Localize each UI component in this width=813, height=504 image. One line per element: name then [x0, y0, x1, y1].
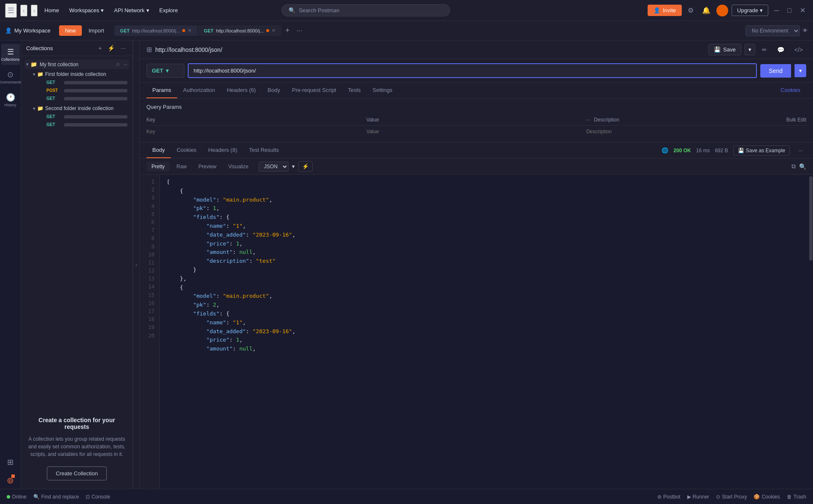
- collection-header[interactable]: ▾ 📁 My first collection ☆ ···: [24, 59, 129, 69]
- send-button[interactable]: Send: [760, 64, 791, 78]
- key-input[interactable]: [146, 129, 366, 135]
- invite-button[interactable]: 👤 Invite: [648, 5, 682, 16]
- sidebar-item-history[interactable]: 🕐 History: [1, 89, 20, 111]
- collection-star-icon[interactable]: ☆: [116, 62, 120, 67]
- collection-more-icon[interactable]: ···: [124, 62, 127, 67]
- environment-selector[interactable]: No Environment: [745, 25, 800, 36]
- back-button[interactable]: ‹: [20, 5, 27, 16]
- cookies-bottom-button[interactable]: 🍪 Cookies: [754, 494, 780, 500]
- line-numbers: 1 2 3 4 5 6 7 8 9 10 11 12 13 14 15 16 1: [140, 175, 160, 489]
- online-status[interactable]: Online: [7, 494, 27, 500]
- avatar[interactable]: [716, 5, 728, 16]
- minimize-button[interactable]: ─: [772, 4, 781, 17]
- tab-url-1: http://localhost:8000/j...: [132, 28, 180, 33]
- fmt-tab-preview[interactable]: Preview: [193, 162, 221, 171]
- workspaces-nav-item[interactable]: Workspaces: [66, 5, 107, 15]
- value-input[interactable]: [366, 129, 586, 135]
- forward-button[interactable]: ›: [31, 5, 38, 16]
- tab-settings[interactable]: Settings: [367, 83, 398, 98]
- request-url-bar-1: [64, 81, 127, 84]
- request-row-2[interactable]: POST: [45, 87, 129, 94]
- sidebar-collections-label: Collections: [1, 57, 19, 62]
- search-bar[interactable]: 🔍 Search Postman: [281, 4, 450, 16]
- notifications-button[interactable]: 🔔: [700, 4, 713, 17]
- resp-tab-test-results[interactable]: Test Results: [243, 143, 285, 158]
- home-nav-item[interactable]: Home: [41, 5, 62, 15]
- scrollbar-thumb[interactable]: [809, 176, 813, 261]
- sidebar-item-collections[interactable]: ☰ Collections: [1, 44, 20, 65]
- url-input[interactable]: [188, 63, 757, 78]
- find-replace-button[interactable]: 🔍 Find and replace: [33, 494, 79, 500]
- send-dropdown-button[interactable]: ▾: [794, 64, 806, 77]
- start-proxy-button[interactable]: ⊙ Start Proxy: [716, 494, 747, 500]
- explore-nav-item[interactable]: Explore: [156, 5, 181, 15]
- tab-tests[interactable]: Tests: [342, 83, 367, 98]
- json-format-selector[interactable]: JSON: [259, 162, 289, 172]
- new-button[interactable]: New: [59, 25, 82, 36]
- params-table: Key Value ··· Description Bulk Edit: [146, 114, 806, 137]
- add-collection-button[interactable]: +: [97, 44, 103, 52]
- postbot-button[interactable]: ⊚ Postbot: [657, 494, 681, 500]
- folder-1-header[interactable]: ▾ 📁 First folder inside collection: [31, 70, 129, 78]
- console-button[interactable]: ⊡ Console: [86, 494, 110, 500]
- tab-1[interactable]: GET http://localhost:8000/j... ✕: [114, 25, 198, 36]
- panel-toggle[interactable]: ›: [133, 40, 140, 489]
- filter-button[interactable]: ⚡: [298, 161, 313, 172]
- fmt-tab-visualize[interactable]: Visualize: [223, 162, 254, 171]
- request-row-4[interactable]: GET: [45, 113, 129, 120]
- tab-body[interactable]: Body: [262, 83, 286, 98]
- postbot-dot: [11, 474, 15, 478]
- tab-2[interactable]: GET http://localhost:8000/j... ✕: [198, 25, 282, 36]
- more-tabs-button[interactable]: ···: [293, 27, 305, 35]
- settings-button[interactable]: ⚙: [685, 4, 696, 17]
- sidebar-item-apps[interactable]: ⊞: [1, 454, 20, 470]
- sidebar-item-environments[interactable]: ⊙ Environments: [1, 67, 20, 88]
- ln-15: 15: [140, 291, 154, 299]
- copy-button[interactable]: ⧉: [791, 163, 796, 170]
- save-button[interactable]: 💾 Save: [708, 44, 741, 55]
- close-button[interactable]: ✕: [797, 4, 808, 17]
- request-row-5[interactable]: GET: [45, 121, 129, 128]
- tab-authorization[interactable]: Authorization: [177, 83, 221, 98]
- resp-tab-cookies[interactable]: Cookies: [171, 143, 203, 158]
- save-as-example-button[interactable]: 💾 Save as Example: [733, 146, 790, 156]
- hamburger-menu-button[interactable]: ☰: [5, 3, 17, 18]
- panel-title: Collections: [26, 45, 53, 51]
- add-tab-button[interactable]: +: [282, 26, 293, 35]
- request-row-1[interactable]: GET: [45, 79, 129, 86]
- trash-button[interactable]: 🗑 Trash: [787, 494, 806, 500]
- code-line-11: }: [167, 266, 802, 275]
- maximize-button[interactable]: □: [785, 4, 794, 17]
- import-button[interactable]: Import: [85, 25, 108, 36]
- tab-headers[interactable]: Headers (6): [221, 83, 262, 98]
- bulk-edit-button[interactable]: Bulk Edit: [786, 117, 806, 123]
- folder-2-header[interactable]: ▾ 📁 Second folder inside collection: [31, 104, 129, 113]
- api-network-nav-item[interactable]: API Network: [111, 5, 152, 15]
- tab-cookies-right[interactable]: Cookies: [775, 83, 806, 98]
- more-collections-button[interactable]: ···: [119, 44, 127, 52]
- save-dropdown-button[interactable]: ▾: [745, 44, 755, 55]
- params-more-icon[interactable]: ···: [586, 117, 591, 123]
- code-button[interactable]: </>: [791, 45, 806, 55]
- tab-close-1[interactable]: ✕: [188, 28, 192, 33]
- comment-button[interactable]: 💬: [774, 45, 788, 55]
- tab-pre-request-script[interactable]: Pre-request Script: [286, 83, 342, 98]
- tab-params[interactable]: Params: [146, 83, 177, 98]
- fmt-tab-raw[interactable]: Raw: [171, 162, 192, 171]
- upgrade-button[interactable]: Upgrade: [732, 5, 768, 16]
- edit-button[interactable]: ✏: [759, 45, 770, 55]
- search-response-button[interactable]: 🔍: [799, 163, 806, 170]
- create-collection-button[interactable]: Create Collection: [47, 466, 107, 480]
- folder-1-name: First folder inside collection: [45, 71, 106, 77]
- runner-button[interactable]: ▶ Runner: [687, 494, 709, 500]
- method-selector[interactable]: GET: [146, 64, 184, 78]
- description-input[interactable]: [586, 129, 806, 135]
- response-more-button[interactable]: ···: [795, 147, 806, 154]
- request-row-3[interactable]: GET: [45, 95, 129, 102]
- resp-tab-body[interactable]: Body: [146, 143, 171, 158]
- tab-close-2[interactable]: ✕: [272, 28, 276, 33]
- filter-collections-button[interactable]: ⚡: [106, 44, 116, 52]
- fmt-tab-pretty[interactable]: Pretty: [146, 162, 170, 171]
- resp-tab-headers[interactable]: Headers (8): [203, 143, 243, 158]
- scrollbar[interactable]: [809, 175, 813, 489]
